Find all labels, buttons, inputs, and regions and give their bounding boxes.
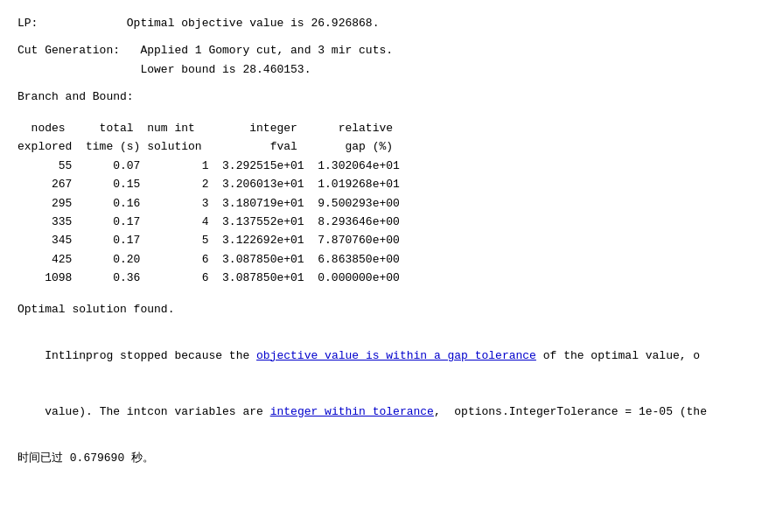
intlinprog-middle-1: of the optimal value, o [536,349,700,362]
intlinprog-prefix-1: Intlinprog stopped because the [45,349,256,362]
intlinprog-prefix-2: value). The intcon variables are [45,405,269,418]
table-rows: 55 0.07 1 3.292515e+01 1.302064e+01 267 … [17,157,745,288]
lp-line: LP: Optimal objective value is 26.926868… [17,14,745,32]
output-content: LP: Optimal objective value is 26.926868… [17,14,745,467]
cut-gen-line-2: Lower bound is 28.460153. [17,60,745,79]
table-header-1: nodes total num int integer relative [17,119,745,137]
table-row: 267 0.15 2 3.206013e+01 1.019268e+01 [17,175,745,193]
table-row: 55 0.07 1 3.292515e+01 1.302064e+01 [17,157,745,175]
spacer-4 [17,291,745,300]
table-row: 295 0.16 3 3.180719e+01 9.500293e+00 [17,194,745,213]
intlinprog-line-1: Intlinprog stopped because the objective… [17,327,745,383]
cut-gen-line-1: Cut Generation: Applied 1 Gomory cut, an… [17,41,745,60]
spacer-6 [17,440,745,449]
spacer-5 [17,318,745,327]
table-row: 335 0.17 4 3.137552e+01 8.293646e+00 [17,213,745,231]
optimal-line: Optimal solution found. [17,300,745,318]
gap-tolerance-link[interactable]: objective value is within a gap toleranc… [256,349,536,362]
time-line: 时间已过 0.679690 秒。 [17,449,745,467]
bnb-table: nodes total num int integer relative exp… [17,119,745,288]
spacer-1 [17,32,745,41]
branch-bound-label: Branch and Bound: [17,88,745,106]
table-row: 345 0.17 5 3.122692e+01 7.870760e+00 [17,231,745,249]
table-header-2: explored time (s) solution fval gap (%) [17,137,745,156]
intlinprog-line-2: value). The intcon variables are integer… [17,383,745,439]
table-row: 425 0.20 6 3.087850e+01 6.863850e+00 [17,250,745,269]
table-row: 1098 0.36 6 3.087850e+01 0.000000e+00 [17,269,745,287]
integer-tolerance-link[interactable]: integer within tolerance [270,405,434,418]
spacer-3 [17,107,745,116]
intlinprog-suffix-2: , options.IntegerTolerance = 1e-05 (the [434,405,707,418]
spacer-2 [17,79,745,88]
